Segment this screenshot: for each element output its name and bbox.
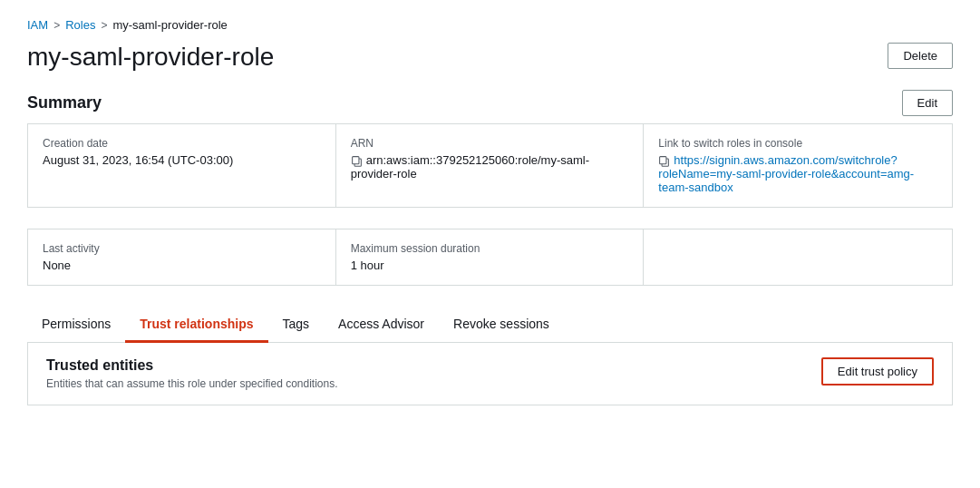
switch-role-link[interactable]: https://signin.aws.amazon.com/switchrole… [658,153,914,194]
trusted-entities-title: Trusted entities [46,357,338,374]
trusted-entities-info: Trusted entities Entities that can assum… [46,357,338,390]
page-title: my-saml-provider-role [27,43,274,72]
link-label: Link to switch roles in console [658,137,937,150]
delete-button[interactable]: Delete [888,43,953,69]
tab-access-advisor[interactable]: Access Advisor [324,307,439,343]
max-session-label: Maximum session duration [351,242,629,255]
title-row: my-saml-provider-role Delete [27,43,953,72]
summary-title: Summary [27,93,102,112]
breadcrumb-iam-link[interactable]: IAM [27,18,48,32]
breadcrumb-current: my-saml-provider-role [112,18,227,32]
summary-section: Summary Edit Creation date August 31, 20… [27,90,953,286]
trusted-entities-subtitle: Entities that can assume this role under… [46,377,338,390]
tab-content: Trusted entities Entities that can assum… [27,343,953,405]
arn-cell: ARN arn:aws:iam::379252125060:role/my-sa… [336,124,645,207]
tabs-bar: Permissions Trust relationships Tags Acc… [27,307,953,343]
max-session-cell: Maximum session duration 1 hour [336,229,645,285]
breadcrumb-sep2: > [101,19,107,32]
arn-value: arn:aws:iam::379252125060:role/my-saml-p… [351,153,629,181]
link-copy-icon[interactable] [658,155,670,167]
trusted-entities-header: Trusted entities Entities that can assum… [28,343,952,405]
creation-date-cell: Creation date August 31, 2023, 16:54 (UT… [28,124,336,207]
creation-date-label: Creation date [43,137,321,150]
last-activity-cell: Last activity None [28,229,336,285]
link-value: https://signin.aws.amazon.com/switchrole… [658,153,937,194]
edit-button[interactable]: Edit [902,90,953,116]
copy-icon[interactable] [351,155,363,167]
edit-trust-policy-button[interactable]: Edit trust policy [821,357,934,386]
summary-grid-row2: Last activity None Maximum session durat… [27,229,953,286]
breadcrumb: IAM > Roles > my-saml-provider-role [27,18,953,32]
last-activity-label: Last activity [43,242,321,255]
tab-revoke-sessions[interactable]: Revoke sessions [439,307,564,343]
tab-trust-relationships[interactable]: Trust relationships [125,307,267,343]
arn-label: ARN [351,137,629,150]
max-session-value: 1 hour [351,259,629,272]
empty-cell [644,229,952,285]
svg-rect-3 [660,157,666,164]
link-cell: Link to switch roles in console https://… [644,124,952,207]
last-activity-value: None [43,259,321,272]
tab-tags[interactable]: Tags [268,307,325,343]
summary-header: Summary Edit [27,90,953,124]
summary-grid: Creation date August 31, 2023, 16:54 (UT… [27,124,953,208]
breadcrumb-sep1: > [53,19,60,32]
tab-permissions[interactable]: Permissions [27,307,125,343]
creation-date-value: August 31, 2023, 16:54 (UTC-03:00) [43,153,321,167]
svg-rect-1 [352,157,358,164]
page-container: IAM > Roles > my-saml-provider-role my-s… [0,0,980,488]
breadcrumb-roles-link[interactable]: Roles [65,18,95,32]
